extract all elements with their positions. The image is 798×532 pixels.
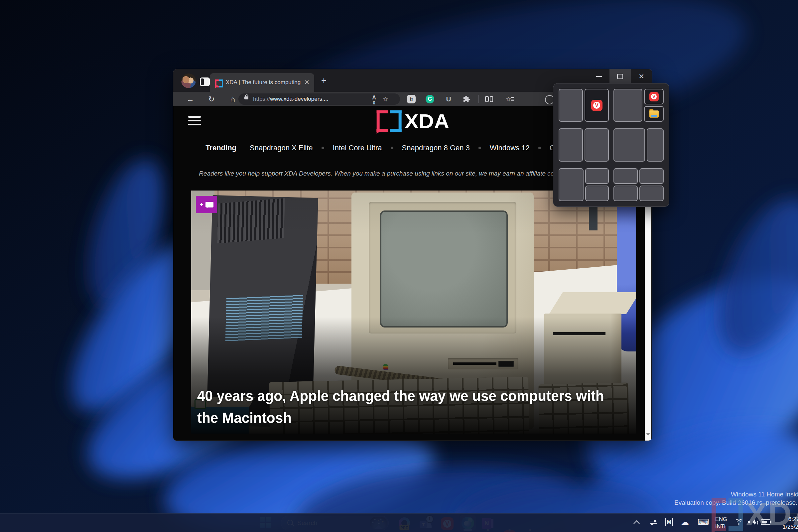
tray-clock[interactable]: 6:27 P 1/25/202: [775, 515, 798, 531]
tab-close-icon[interactable]: ✕: [303, 78, 311, 87]
address-bar[interactable]: https://www.xda-developers.... A)) ☆: [239, 93, 400, 105]
vivaldi-icon: [591, 100, 603, 111]
snap-zone-vivaldi[interactable]: [585, 89, 609, 122]
nav-link[interactable]: Snapdragon X Elite: [250, 144, 313, 152]
tray-sliders-icon[interactable]: [650, 520, 658, 526]
snap-layout-two-halves-right-occupied[interactable]: [558, 89, 609, 122]
tray-wifi-icon[interactable]: [734, 519, 743, 526]
browser-tab[interactable]: XDA | The future is computing ✕: [210, 73, 314, 92]
snap-layout-left-half-right-stack[interactable]: [558, 168, 609, 201]
vivaldi-icon: [649, 92, 659, 101]
hero-article-image[interactable]: + 40 years ago, Apple changed the way we…: [191, 191, 636, 434]
nav-bullet: [538, 147, 541, 149]
tray-language-indicator[interactable]: ENG INTL: [712, 515, 730, 530]
tab-title: XDA | The future is computing: [226, 73, 301, 92]
grammarly-extension-icon[interactable]: G: [424, 94, 435, 104]
snap-layout-quadrants[interactable]: [613, 168, 664, 201]
snap-zone-file-explorer[interactable]: [644, 106, 664, 122]
taskbar: [0, 513, 798, 532]
lock-icon: [244, 96, 248, 99]
trending-label: Trending: [206, 144, 236, 152]
reload-icon[interactable]: ↻: [206, 94, 217, 104]
file-explorer-icon: [649, 110, 659, 117]
tray-battery-icon[interactable]: [761, 519, 771, 525]
favorite-star-icon[interactable]: ☆: [381, 95, 390, 103]
nav-link[interactable]: Snapdragon 8 Gen 3: [402, 144, 470, 152]
snap-zone-empty[interactable]: [613, 89, 642, 122]
tray-time: 6:27 P: [775, 515, 798, 523]
xda-favicon: [215, 79, 223, 86]
url-text: https://www.xda-developers....: [253, 93, 328, 105]
tray-touch-keyboard-icon[interactable]: ⌨: [698, 517, 709, 527]
home-icon[interactable]: ⌂: [227, 94, 239, 104]
profile-avatar[interactable]: [181, 74, 196, 88]
snap-layout-left-wide-right-stack-occupied[interactable]: [613, 89, 664, 122]
honey-extension-icon[interactable]: h: [406, 94, 417, 104]
snap-zone-vivaldi[interactable]: [644, 89, 664, 104]
toolbar-divider: [478, 95, 479, 103]
tray-m-app-icon[interactable]: M: [665, 518, 673, 526]
scrollbar-down-arrow[interactable]: [646, 433, 650, 438]
new-tab-button[interactable]: +: [319, 76, 329, 86]
ublock-extension-icon[interactable]: U: [443, 94, 454, 104]
close-button[interactable]: ✕: [631, 69, 652, 84]
back-icon[interactable]: ←: [185, 94, 196, 104]
xda-logo-left-bracket: [377, 110, 388, 132]
split-screen-icon[interactable]: [484, 94, 494, 104]
read-aloud-icon[interactable]: A)): [369, 95, 379, 103]
tray-date: 1/25/202: [775, 523, 798, 531]
add-comment-badge[interactable]: +: [196, 196, 217, 213]
tray-onedrive-icon[interactable]: ☁: [681, 517, 689, 527]
desktop: { "browser": { "tab_title": "XDA | The f…: [0, 0, 798, 532]
xda-site-logo[interactable]: XDA: [377, 111, 449, 131]
snap-layout-two-halves[interactable]: [558, 128, 609, 161]
xda-logo-right-bracket: [390, 110, 402, 132]
nav-bullet: [322, 147, 324, 149]
extensions-puzzle-icon[interactable]: [461, 94, 472, 104]
hamburger-menu-icon[interactable]: [188, 116, 202, 127]
nav-link[interactable]: Intel Core Ultra: [333, 144, 382, 152]
favorites-list-icon[interactable]: ☆: [503, 94, 514, 104]
maximize-button[interactable]: [609, 69, 631, 84]
nav-bullet: [478, 147, 481, 149]
comment-bubble-icon: [206, 202, 213, 208]
nav-link[interactable]: Windows 12: [490, 144, 530, 152]
snap-layouts-popup: [553, 83, 669, 207]
tab-actions-icon[interactable]: [200, 77, 210, 86]
snap-layout-left-wide-right-narrow[interactable]: [613, 128, 664, 161]
xda-logo-text: XDA: [405, 110, 450, 133]
nav-bullet: [391, 147, 393, 149]
minimize-button[interactable]: [588, 69, 609, 84]
tray-volume-icon[interactable]: [748, 519, 757, 525]
tray-show-hidden-icons-chevron[interactable]: [634, 520, 639, 524]
article-headline[interactable]: 40 years ago, Apple changed the way we u…: [197, 385, 612, 429]
snap-zone-empty[interactable]: [558, 89, 583, 122]
